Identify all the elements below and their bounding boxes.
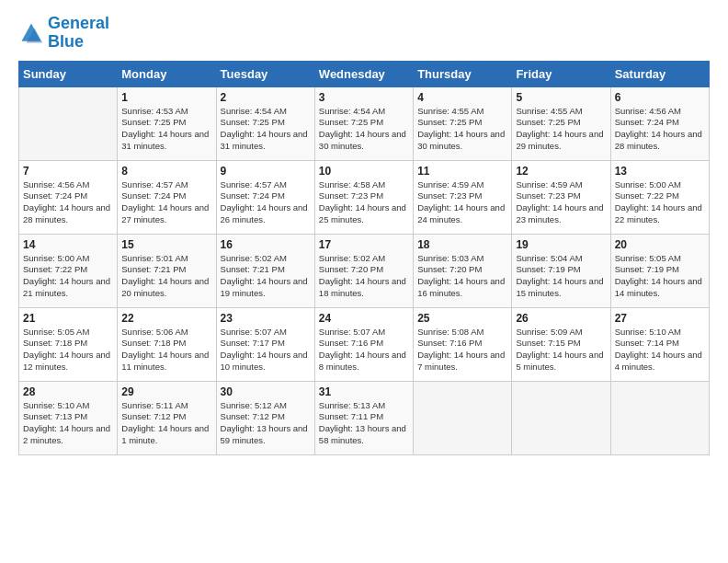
day-cell: 30Sunrise: 5:12 AMSunset: 7:12 PMDayligh… (216, 381, 314, 454)
day-cell: 14Sunrise: 5:00 AMSunset: 7:22 PMDayligh… (19, 234, 118, 307)
header-row: SundayMondayTuesdayWednesdayThursdayFrid… (19, 61, 710, 86)
day-cell: 29Sunrise: 5:11 AMSunset: 7:12 PMDayligh… (118, 381, 216, 454)
page: General Blue SundayMondayTuesdayWednesda… (0, 0, 728, 563)
day-number: 31 (319, 385, 409, 398)
day-number: 9 (221, 165, 311, 178)
day-info: Sunrise: 5:05 AMSunset: 7:18 PMDaylight:… (23, 327, 113, 373)
week-row-1: 1Sunrise: 4:53 AMSunset: 7:25 PMDaylight… (19, 86, 710, 160)
logo-text: General Blue (48, 15, 109, 52)
day-info: Sunrise: 5:07 AMSunset: 7:17 PMDaylight:… (221, 327, 311, 373)
day-number: 12 (516, 165, 606, 178)
day-info: Sunrise: 5:08 AMSunset: 7:16 PMDaylight:… (417, 327, 507, 373)
day-info: Sunrise: 5:02 AMSunset: 7:21 PMDaylight:… (221, 253, 311, 300)
calendar-table: SundayMondayTuesdayWednesdayThursdayFrid… (18, 61, 710, 455)
day-number: 11 (417, 165, 507, 178)
day-info: Sunrise: 5:03 AMSunset: 7:20 PMDaylight:… (417, 253, 507, 300)
day-cell: 19Sunrise: 5:04 AMSunset: 7:19 PMDayligh… (512, 234, 610, 307)
day-number: 1 (121, 91, 211, 104)
week-row-2: 7Sunrise: 4:56 AMSunset: 7:24 PMDaylight… (19, 160, 710, 234)
day-cell: 8Sunrise: 4:57 AMSunset: 7:24 PMDaylight… (118, 160, 216, 234)
day-number: 17 (319, 238, 409, 251)
day-info: Sunrise: 5:11 AMSunset: 7:12 PMDaylight:… (121, 400, 211, 447)
day-info: Sunrise: 4:56 AMSunset: 7:24 PMDaylight:… (23, 179, 113, 226)
day-info: Sunrise: 4:55 AMSunset: 7:25 PMDaylight:… (417, 106, 507, 153)
day-info: Sunrise: 5:07 AMSunset: 7:16 PMDaylight:… (319, 327, 409, 373)
day-number: 25 (417, 312, 507, 325)
day-info: Sunrise: 5:10 AMSunset: 7:14 PMDaylight:… (615, 327, 705, 373)
day-cell: 6Sunrise: 4:56 AMSunset: 7:24 PMDaylight… (610, 86, 709, 160)
day-number: 15 (121, 238, 211, 251)
day-cell: 7Sunrise: 4:56 AMSunset: 7:24 PMDaylight… (19, 160, 118, 234)
day-info: Sunrise: 5:05 AMSunset: 7:19 PMDaylight:… (615, 253, 705, 300)
day-info: Sunrise: 4:59 AMSunset: 7:23 PMDaylight:… (516, 179, 606, 226)
day-number: 2 (221, 91, 311, 104)
day-info: Sunrise: 5:12 AMSunset: 7:12 PMDaylight:… (221, 400, 311, 447)
column-header-saturday: Saturday (610, 61, 709, 86)
day-cell: 22Sunrise: 5:06 AMSunset: 7:18 PMDayligh… (118, 307, 216, 381)
day-cell: 2Sunrise: 4:54 AMSunset: 7:25 PMDaylight… (216, 86, 314, 160)
day-info: Sunrise: 5:10 AMSunset: 7:13 PMDaylight:… (23, 400, 113, 447)
column-header-sunday: Sunday (19, 61, 118, 86)
day-cell: 21Sunrise: 5:05 AMSunset: 7:18 PMDayligh… (19, 307, 118, 381)
week-row-4: 21Sunrise: 5:05 AMSunset: 7:18 PMDayligh… (19, 307, 710, 381)
day-info: Sunrise: 5:01 AMSunset: 7:21 PMDaylight:… (121, 253, 211, 300)
day-info: Sunrise: 4:57 AMSunset: 7:24 PMDaylight:… (121, 179, 211, 226)
week-row-5: 28Sunrise: 5:10 AMSunset: 7:13 PMDayligh… (19, 381, 710, 454)
day-number: 7 (23, 165, 113, 178)
column-header-monday: Monday (118, 61, 216, 86)
day-number: 10 (319, 165, 409, 178)
day-number: 5 (516, 91, 606, 104)
day-cell (610, 381, 709, 454)
day-cell: 15Sunrise: 5:01 AMSunset: 7:21 PMDayligh… (118, 234, 216, 307)
day-number: 21 (23, 312, 113, 325)
day-cell: 9Sunrise: 4:57 AMSunset: 7:24 PMDaylight… (216, 160, 314, 234)
day-info: Sunrise: 5:02 AMSunset: 7:20 PMDaylight:… (319, 253, 409, 300)
day-info: Sunrise: 5:04 AMSunset: 7:19 PMDaylight:… (516, 253, 606, 300)
day-number: 13 (615, 165, 705, 178)
day-cell: 10Sunrise: 4:58 AMSunset: 7:23 PMDayligh… (314, 160, 413, 234)
day-info: Sunrise: 4:57 AMSunset: 7:24 PMDaylight:… (221, 179, 311, 226)
day-cell: 16Sunrise: 5:02 AMSunset: 7:21 PMDayligh… (216, 234, 314, 307)
day-number: 26 (516, 312, 606, 325)
column-header-tuesday: Tuesday (216, 61, 314, 86)
day-cell: 12Sunrise: 4:59 AMSunset: 7:23 PMDayligh… (512, 160, 610, 234)
day-cell: 26Sunrise: 5:09 AMSunset: 7:15 PMDayligh… (512, 307, 610, 381)
week-row-3: 14Sunrise: 5:00 AMSunset: 7:22 PMDayligh… (19, 234, 710, 307)
day-number: 24 (319, 312, 409, 325)
day-cell: 27Sunrise: 5:10 AMSunset: 7:14 PMDayligh… (610, 307, 709, 381)
column-header-wednesday: Wednesday (314, 61, 413, 86)
day-info: Sunrise: 5:00 AMSunset: 7:22 PMDaylight:… (23, 253, 113, 300)
day-cell (512, 381, 610, 454)
day-number: 22 (121, 312, 211, 325)
day-info: Sunrise: 5:09 AMSunset: 7:15 PMDaylight:… (516, 327, 606, 373)
day-cell: 1Sunrise: 4:53 AMSunset: 7:25 PMDaylight… (118, 86, 216, 160)
logo-icon (18, 20, 44, 46)
day-info: Sunrise: 4:54 AMSunset: 7:25 PMDaylight:… (221, 106, 311, 153)
day-info: Sunrise: 4:58 AMSunset: 7:23 PMDaylight:… (319, 179, 409, 226)
column-header-friday: Friday (512, 61, 610, 86)
day-info: Sunrise: 4:56 AMSunset: 7:24 PMDaylight:… (615, 106, 705, 153)
day-info: Sunrise: 5:00 AMSunset: 7:22 PMDaylight:… (615, 179, 705, 226)
day-info: Sunrise: 5:06 AMSunset: 7:18 PMDaylight:… (121, 327, 211, 373)
day-cell: 23Sunrise: 5:07 AMSunset: 7:17 PMDayligh… (216, 307, 314, 381)
day-cell (19, 86, 118, 160)
day-number: 19 (516, 238, 606, 251)
day-cell: 28Sunrise: 5:10 AMSunset: 7:13 PMDayligh… (19, 381, 118, 454)
day-cell: 4Sunrise: 4:55 AMSunset: 7:25 PMDaylight… (414, 86, 512, 160)
day-number: 4 (417, 91, 507, 104)
day-cell: 3Sunrise: 4:54 AMSunset: 7:25 PMDaylight… (314, 86, 413, 160)
logo: General Blue (18, 15, 109, 52)
day-number: 28 (23, 385, 113, 398)
header: General Blue (18, 15, 710, 52)
day-number: 6 (615, 91, 705, 104)
day-cell: 25Sunrise: 5:08 AMSunset: 7:16 PMDayligh… (414, 307, 512, 381)
day-number: 29 (121, 385, 211, 398)
day-number: 23 (221, 312, 311, 325)
day-cell: 24Sunrise: 5:07 AMSunset: 7:16 PMDayligh… (314, 307, 413, 381)
day-cell: 11Sunrise: 4:59 AMSunset: 7:23 PMDayligh… (414, 160, 512, 234)
day-info: Sunrise: 4:54 AMSunset: 7:25 PMDaylight:… (319, 106, 409, 153)
day-number: 20 (615, 238, 705, 251)
day-cell: 31Sunrise: 5:13 AMSunset: 7:11 PMDayligh… (314, 381, 413, 454)
day-number: 27 (615, 312, 705, 325)
day-cell: 18Sunrise: 5:03 AMSunset: 7:20 PMDayligh… (414, 234, 512, 307)
